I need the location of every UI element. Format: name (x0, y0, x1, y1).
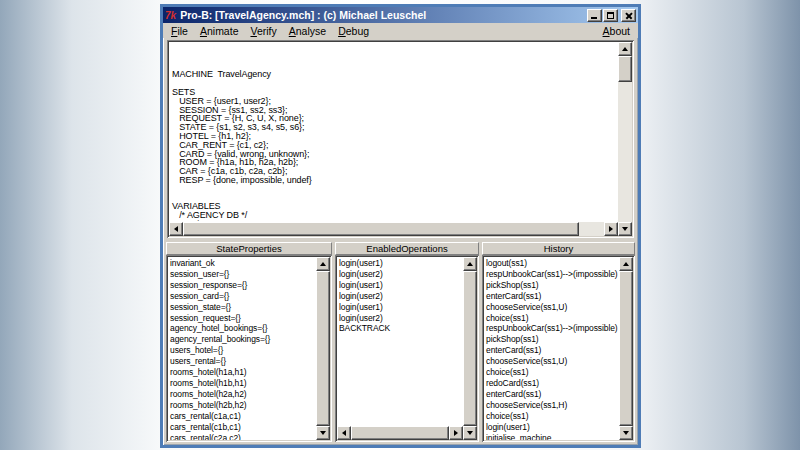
scroll-track[interactable] (619, 271, 633, 426)
scroll-down-button[interactable] (316, 426, 330, 440)
enabled-operations-header: EnabledOperations (335, 242, 479, 255)
state-property-item[interactable]: users_rental={} (170, 356, 316, 367)
close-icon (622, 10, 635, 21)
operation-item[interactable]: login(user1) (339, 302, 463, 313)
history-item[interactable]: enterCard(ss1) (486, 291, 619, 302)
scroll-thumb[interactable] (618, 56, 632, 82)
history-item[interactable]: enterCard(ss1) (486, 345, 619, 356)
history-item[interactable]: initialise_machine (486, 433, 619, 441)
history-item[interactable]: chooseService(ss1,H) (486, 400, 619, 411)
menu-item[interactable]: Animate (194, 24, 245, 38)
client-area: MACHINE TravelAgencySETS USER = {user1, … (163, 38, 638, 445)
state-property-item[interactable]: cars_rental(c1b,c1) (170, 422, 316, 433)
state-property-item[interactable]: rooms_hotel(h1a,h1) (170, 367, 316, 378)
state-property-item[interactable]: cars_rental(c1a,c1) (170, 411, 316, 422)
history-body: logout(ss1)respUnbookCar(ss1)-->(impossi… (482, 255, 635, 442)
state-property-item[interactable]: rooms_hotel(h2b,h2) (170, 400, 316, 411)
scroll-right-button[interactable] (604, 222, 618, 236)
scroll-thumb[interactable] (619, 271, 633, 426)
menu-item[interactable]: Verify (244, 24, 282, 38)
enabled-operations-vscrollbar[interactable] (463, 257, 477, 440)
scroll-down-button[interactable] (619, 426, 633, 440)
menu-item[interactable]: Debug (332, 24, 375, 38)
state-property-item[interactable]: rooms_hotel(h2a,h2) (170, 389, 316, 400)
editor-horizontal-scrollbar[interactable] (169, 222, 618, 236)
menu-items: FileAnimateVerifyAnalyseDebug (165, 24, 375, 38)
scroll-track[interactable] (316, 271, 330, 426)
menu-item[interactable]: File (165, 24, 194, 38)
scroll-left-button[interactable] (169, 222, 183, 236)
state-property-item[interactable]: session_request={} (170, 313, 316, 324)
machine-source-text[interactable]: MACHINE TravelAgencySETS USER = {user1, … (169, 42, 618, 222)
close-button[interactable] (621, 9, 636, 22)
history-item[interactable]: pickShop(ss1) (486, 334, 619, 345)
history-item[interactable]: chooseService(ss1,U) (486, 302, 619, 313)
titlebar[interactable]: 7k Pro-B: [TravelAgency.mch] : (c) Micha… (163, 7, 638, 23)
state-property-item[interactable]: agency_rental_bookings={} (170, 334, 316, 345)
maximize-icon (607, 12, 614, 19)
editor-vertical-scrollbar[interactable] (618, 42, 632, 236)
history-list[interactable]: logout(ss1)respUnbookCar(ss1)-->(impossi… (484, 257, 619, 440)
scroll-thumb[interactable] (183, 222, 579, 236)
scroll-track[interactable] (463, 271, 477, 426)
operation-item[interactable]: login(user1) (339, 258, 463, 269)
state-property-item[interactable]: session_card={} (170, 291, 316, 302)
state-property-item[interactable]: session_user={} (170, 269, 316, 280)
scroll-down-button[interactable] (618, 222, 632, 236)
history-item[interactable]: chooseService(ss1,U) (486, 356, 619, 367)
scroll-up-button[interactable] (619, 257, 633, 271)
scroll-right-button[interactable] (449, 426, 463, 440)
history-item[interactable]: choice(ss1) (486, 367, 619, 378)
operation-item[interactable]: BACKTRACK (339, 323, 463, 334)
history-item[interactable]: respUnbookCar(ss1)-->(impossible) (486, 323, 619, 334)
operation-item[interactable]: login(user2) (339, 269, 463, 280)
scroll-up-button[interactable] (463, 257, 477, 271)
history-item[interactable]: choice(ss1) (486, 313, 619, 324)
window-controls (586, 9, 636, 22)
scroll-thumb[interactable] (463, 271, 477, 426)
operation-item[interactable]: login(user1) (339, 280, 463, 291)
enabled-operations-hscrollbar[interactable] (337, 426, 463, 440)
scroll-left-button[interactable] (337, 426, 351, 440)
history-item[interactable]: respUnbookCar(ss1)-->(impossible) (486, 269, 619, 280)
scroll-thumb[interactable] (351, 426, 449, 440)
scroll-thumb[interactable] (316, 271, 330, 426)
code-line: /* AGENCY DB */ (172, 211, 618, 220)
operation-item[interactable]: login(user2) (339, 313, 463, 324)
state-properties-scrollbar[interactable] (316, 257, 330, 440)
machine-editor: MACHINE TravelAgencySETS USER = {user1, … (167, 40, 634, 238)
state-property-item[interactable]: session_state={} (170, 302, 316, 313)
state-properties-list[interactable]: invariant_oksession_user={}session_respo… (168, 257, 316, 440)
history-item[interactable]: choice(ss1) (486, 411, 619, 422)
history-item[interactable]: logout(ss1) (486, 258, 619, 269)
menu-item[interactable]: Analyse (283, 24, 332, 38)
minimize-button[interactable] (587, 9, 602, 22)
maximize-button[interactable] (603, 9, 618, 22)
enabled-operations-list[interactable]: login(user1)login(user2)login(user1)logi… (337, 257, 463, 426)
scroll-track[interactable] (618, 56, 632, 222)
state-property-item[interactable]: agency_hotel_bookings={} (170, 323, 316, 334)
state-property-item[interactable]: cars_rental(c2a,c2) (170, 433, 316, 441)
menu-item-about[interactable]: About (597, 24, 636, 38)
state-property-item[interactable]: session_response={} (170, 280, 316, 291)
arrow-up-icon (622, 47, 628, 51)
app-icon: 7k (165, 10, 176, 21)
code-line (172, 194, 618, 203)
scroll-down-button[interactable] (463, 426, 477, 440)
panel-enabled-operations: EnabledOperations login(user1)login(user… (335, 242, 479, 442)
history-item[interactable]: pickShop(ss1) (486, 280, 619, 291)
scroll-track[interactable] (183, 222, 604, 236)
scroll-up-button[interactable] (618, 42, 632, 56)
state-property-item[interactable]: invariant_ok (170, 258, 316, 269)
operation-item[interactable]: login(user2) (339, 291, 463, 302)
state-property-item[interactable]: users_hotel={} (170, 345, 316, 356)
scroll-up-button[interactable] (316, 257, 330, 271)
state-property-item[interactable]: rooms_hotel(h1b,h1) (170, 378, 316, 389)
arrow-right-icon (454, 430, 458, 436)
arrow-left-icon (174, 226, 178, 232)
history-item[interactable]: redoCard(ss1) (486, 378, 619, 389)
history-item[interactable]: login(user1) (486, 422, 619, 433)
scroll-track[interactable] (351, 426, 449, 440)
history-scrollbar[interactable] (619, 257, 633, 440)
history-item[interactable]: enterCard(ss1) (486, 389, 619, 400)
